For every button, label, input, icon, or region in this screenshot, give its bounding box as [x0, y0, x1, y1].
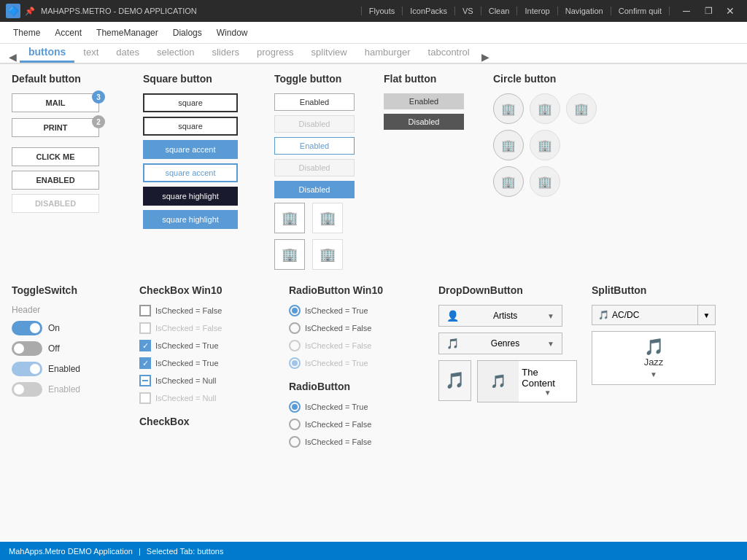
rb-plain-3[interactable]: [289, 436, 301, 448]
split-button-header: SplitButton: [592, 284, 727, 296]
dropdown-content-box: 🎵 The Content ▼: [477, 360, 577, 402]
dropdown-genres-icon: 🎵: [446, 338, 459, 349]
nav-navigation[interactable]: Navigation: [558, 7, 611, 15]
rb-1[interactable]: [289, 305, 301, 316]
tabs-scroll-right[interactable]: ▶: [479, 51, 492, 63]
rb-row-3: IsChecked = False: [289, 340, 424, 351]
toggle-icon-btn-1[interactable]: 🏢: [274, 203, 305, 233]
circle-btn-1[interactable]: 🏢: [493, 93, 524, 124]
toggleswitch-on[interactable]: [12, 321, 42, 335]
square-highlight-dark-btn[interactable]: square highlight: [143, 187, 238, 206]
cb-1[interactable]: [139, 305, 151, 316]
toggle-icon-row-2: 🏢 🏢: [274, 239, 369, 270]
dropdown-genres[interactable]: 🎵 Genres ▼: [438, 332, 562, 354]
tab-tabcontrol[interactable]: tabcontrol: [419, 44, 479, 63]
flat-enabled-btn[interactable]: Enabled: [384, 93, 464, 109]
toggle-icon-row-1: 🏢 🏢: [274, 203, 369, 233]
menu-theme[interactable]: Theme: [6, 25, 47, 41]
default-button-header: Default button: [12, 73, 128, 85]
toggleswitch-off[interactable]: [12, 341, 42, 356]
rb-row-1: IsChecked = True: [289, 305, 424, 316]
circle-btn-6[interactable]: 🏢: [493, 166, 524, 197]
flat-button-header: Flat button: [384, 73, 479, 85]
circle-btn-3: 🏢: [566, 93, 597, 124]
toggleswitch-enabled-on: [12, 362, 42, 376]
cb-row-4: ✓ IsChecked = True: [139, 357, 274, 369]
checkbox-header: CheckBox: [139, 416, 274, 427]
pin-icon: 📌: [25, 7, 35, 16]
tab-hamburger[interactable]: hamburger: [356, 44, 419, 63]
square-accent-btn-1[interactable]: square accent: [143, 140, 238, 159]
tab-text[interactable]: text: [74, 44, 107, 63]
toggleswitch-section: ToggleSwitch Header On Off Enabled Enabl…: [12, 284, 125, 454]
rb-plain-label-2: IsChecked = False: [305, 420, 371, 429]
cb-5[interactable]: [139, 375, 151, 386]
menu-thememanager[interactable]: ThemeManager: [89, 25, 166, 41]
circle-btn-4[interactable]: 🏢: [493, 130, 524, 160]
cb-row-1: IsChecked = False: [139, 305, 274, 316]
tab-progress[interactable]: progress: [248, 44, 303, 63]
cb-4[interactable]: ✓: [139, 357, 151, 369]
nav-clean[interactable]: Clean: [481, 7, 518, 15]
rb-plain-row-1: IsChecked = True: [289, 401, 424, 413]
tab-dates[interactable]: dates: [107, 44, 148, 63]
toggleswitch-off-row: Off: [12, 341, 125, 356]
nav-flyouts[interactable]: Flyouts: [361, 7, 403, 15]
tab-buttons[interactable]: buttons: [20, 44, 74, 63]
rb-plain-row-3: IsChecked = False: [289, 436, 424, 448]
menu-window[interactable]: Window: [209, 25, 255, 41]
square-btn-2[interactable]: square: [143, 117, 238, 136]
split-btn-main[interactable]: 🎵 AC/DC: [592, 306, 697, 324]
win-controls: ─ ❐ ✕: [676, 0, 741, 22]
dropdown-artists[interactable]: 👤 Artists ▼: [438, 305, 562, 327]
rb-plain-1[interactable]: [289, 401, 301, 413]
toggleswitch-disabled-label: Enabled: [48, 384, 80, 394]
tabs-scroll-left[interactable]: ◀: [6, 51, 20, 63]
split-btn: 🎵 AC/DC ▼: [592, 305, 716, 325]
nav-confirm-quit[interactable]: Confirm quit: [611, 7, 670, 15]
toggleswitch-on-row: On: [12, 321, 125, 335]
tab-selection[interactable]: selection: [148, 44, 203, 63]
rb-plain-2[interactable]: [289, 419, 301, 430]
toggle-disabled-2: Disabled: [274, 159, 355, 176]
square-highlight-blue-btn[interactable]: square highlight: [143, 210, 238, 229]
click-me-button[interactable]: CLICK ME: [12, 147, 99, 166]
rb-2[interactable]: [289, 322, 301, 334]
square-button-section: Square button square square square accen…: [143, 73, 260, 270]
menu-dialogs[interactable]: Dialogs: [166, 25, 209, 41]
nav-interop[interactable]: Interop: [517, 7, 557, 15]
mail-button[interactable]: MAIL: [12, 93, 99, 112]
dropdown-genres-label: Genres: [491, 338, 519, 349]
toggleswitch-header: ToggleSwitch: [12, 284, 125, 296]
tab-sliders[interactable]: sliders: [203, 44, 248, 63]
statusbar: MahApps.Metro DEMO Application | Selecte…: [0, 542, 747, 560]
dropdown-artists-arrow: ▼: [547, 312, 554, 320]
tab-splitview[interactable]: splitview: [303, 44, 356, 63]
titlebar: 🔷 📌 MAHAPPS.METRO - DEMO APPLICATION Fly…: [0, 0, 747, 22]
print-button[interactable]: PRINT: [12, 118, 99, 137]
nav-iconpacks[interactable]: IconPacks: [403, 7, 455, 15]
menu-accent[interactable]: Accent: [47, 25, 89, 41]
rb-plain-row-2: IsChecked = False: [289, 419, 424, 430]
badge-2: 2: [92, 115, 105, 128]
square-accent-btn-2[interactable]: square accent: [143, 163, 238, 182]
cb-label-5: IsChecked = Null: [155, 376, 216, 385]
maximize-button[interactable]: ❐: [697, 0, 719, 22]
toggle-icon-btn-3[interactable]: 🏢: [274, 239, 305, 270]
flat-button-section: Flat button Enabled Disabled: [384, 73, 479, 270]
cb-label-1: IsChecked = False: [155, 306, 222, 315]
toggle-enabled-1[interactable]: Enabled: [274, 93, 355, 111]
close-button[interactable]: ✕: [719, 0, 741, 22]
dropdown-music-btn[interactable]: 🎵: [438, 360, 471, 401]
toggle-enabled-2[interactable]: Enabled: [274, 137, 355, 155]
square-btn-1[interactable]: square: [143, 93, 238, 112]
square-button-header: Square button: [143, 73, 260, 85]
cb-3[interactable]: ✓: [139, 340, 151, 351]
nav-vs[interactable]: VS: [455, 7, 481, 15]
statusbar-separator: |: [139, 547, 141, 556]
enabled-button[interactable]: ENABLED: [12, 171, 99, 190]
minimize-button[interactable]: ─: [676, 0, 697, 22]
toggle-button-section: Toggle button Enabled Disabled Enabled D…: [274, 73, 369, 270]
split-btn-arrow[interactable]: ▼: [697, 306, 715, 324]
rb-label-3: IsChecked = False: [305, 341, 371, 350]
